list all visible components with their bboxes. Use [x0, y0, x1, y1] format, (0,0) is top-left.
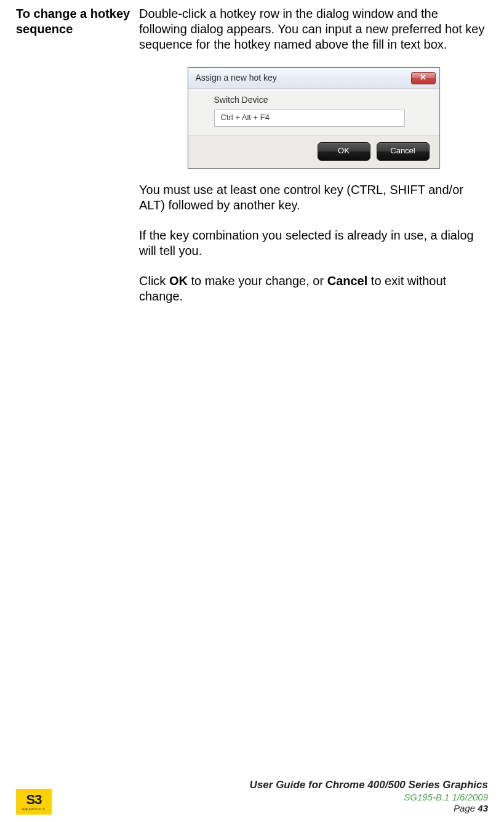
footer-page: Page 43	[250, 803, 488, 815]
footer-docinfo: SG195-B.1 1/6/2009	[250, 792, 488, 804]
page-number: 43	[478, 803, 488, 813]
section-heading: To change a hotkey sequence	[16, 6, 139, 304]
logo-top-text: S3	[26, 793, 42, 807]
dialog-button-row: OK Cancel	[188, 135, 439, 168]
footer-title: User Guide for Chrome 400/500 Series Gra…	[250, 778, 488, 791]
dialog-screenshot: Assign a new hot key ✕ Switch Device Ctr…	[139, 67, 488, 169]
hotkey-input[interactable]: Ctrl + Alt + F4	[214, 110, 405, 127]
dialog-title: Assign a new hot key	[196, 73, 411, 84]
paragraph-in-use: If the key combination you selected is a…	[139, 228, 488, 259]
ok-button[interactable]: OK	[318, 142, 370, 161]
logo-bottom-text: GRAPHICS	[22, 807, 46, 811]
cancel-button[interactable]: Cancel	[377, 142, 430, 161]
page-label: Page	[454, 803, 478, 813]
text: Click	[139, 274, 169, 288]
text: to make your change, or	[188, 274, 327, 288]
hotkey-dialog: Assign a new hot key ✕ Switch Device Ctr…	[188, 67, 440, 169]
page-footer: S3 GRAPHICS User Guide for Chrome 400/50…	[0, 778, 504, 815]
ok-bold: OK	[169, 274, 188, 288]
footer-text: User Guide for Chrome 400/500 Series Gra…	[250, 778, 488, 815]
dialog-titlebar: Assign a new hot key ✕	[188, 68, 439, 89]
section-body: Double-click a hotkey row in the dialog …	[139, 6, 488, 304]
cancel-bold: Cancel	[327, 274, 368, 288]
hotkey-name-label: Switch Device	[214, 95, 427, 106]
s3-logo: S3 GRAPHICS	[16, 789, 52, 815]
intro-paragraph: Double-click a hotkey row in the dialog …	[139, 6, 488, 52]
paragraph-ok-cancel: Click OK to make your change, or Cancel …	[139, 273, 488, 304]
close-icon[interactable]: ✕	[411, 72, 436, 84]
dialog-body: Switch Device Ctrl + Alt + F4	[188, 89, 439, 135]
paragraph-control-key: You must use at least one control key (C…	[139, 182, 488, 213]
